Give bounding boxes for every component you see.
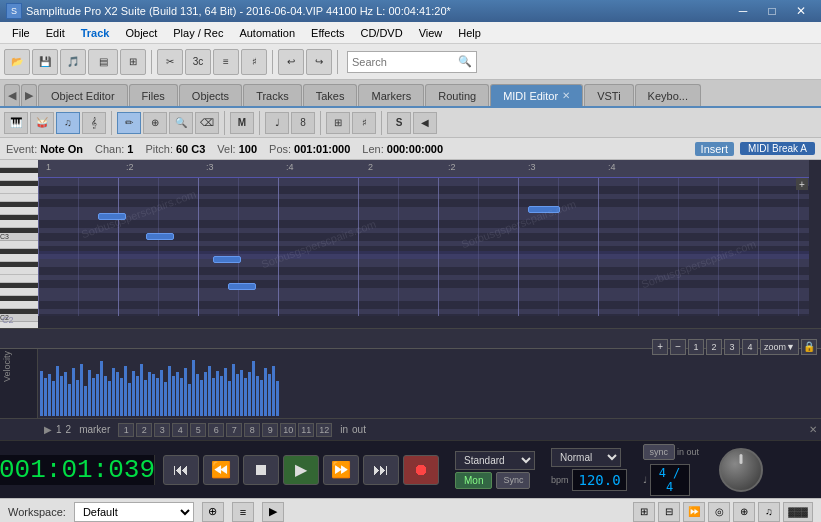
tb-btn-cut[interactable]: ✂ [157,49,183,75]
minimize-button[interactable]: ─ [729,1,757,21]
tab-routing[interactable]: Routing [425,84,489,106]
tab-nav-next[interactable]: ▶ [21,84,37,106]
mt-piano-btn[interactable]: 🎹 [4,112,28,134]
tab-keyboard[interactable]: Keybo... [635,84,701,106]
tab-nav-prev[interactable]: ◀ [4,84,20,106]
workspace-select[interactable]: Default [74,502,194,522]
tab-vsti[interactable]: VSTi [584,84,633,106]
mode-select[interactable]: Standard [455,451,535,470]
tab-midi-editor[interactable]: MIDI Editor ✕ [490,84,583,106]
midi-note-3[interactable] [213,256,241,263]
sync2-btn[interactable]: sync [643,444,676,460]
ws-btn-3[interactable]: ▶ [262,502,284,522]
normal-select[interactable]: Normal [551,448,621,467]
roll-area[interactable]: 1 :2 :3 :4 2 :2 :3 :4 [38,160,821,328]
tb-btn-6[interactable]: 3c [185,49,211,75]
roll-plus-button[interactable]: + [796,178,808,190]
ws-icon-7[interactable]: ▓▓▓ [783,502,813,522]
transport-fwd-btn[interactable]: ⏩ [323,455,359,485]
menu-file[interactable]: File [4,23,38,43]
menu-playrec[interactable]: Play / Rec [165,23,231,43]
mt-scroll-left[interactable]: ◀ [413,112,437,134]
roll-hscrollbar[interactable] [38,316,809,328]
ws-btn-2[interactable]: ≡ [232,502,254,522]
mt-S-btn[interactable]: S [387,112,411,134]
menu-cddvd[interactable]: CD/DVD [352,23,410,43]
tb-btn-8[interactable]: ♯ [241,49,267,75]
mt-erase-btn[interactable]: ⌫ [195,112,219,134]
tb-btn-4[interactable]: ▤ [88,49,118,75]
transport-back-btn[interactable]: ⏪ [203,455,239,485]
marker-num-5[interactable]: 5 [190,423,206,437]
menu-help[interactable]: Help [450,23,489,43]
transport-end-btn[interactable]: ⏭ [363,455,399,485]
midi-note-1[interactable] [98,213,126,220]
search-input[interactable] [352,56,458,68]
ws-icon-4[interactable]: ◎ [708,502,730,522]
roll-scrollbar[interactable] [809,160,821,328]
mt-num-btn[interactable]: 8 [291,112,315,134]
transport-rewind-btn[interactable]: ⏮ [163,455,199,485]
save-button[interactable]: 💾 [32,49,58,75]
ws-btn-1[interactable]: ⊕ [202,502,224,522]
tab-object-editor[interactable]: Object Editor [38,84,128,106]
marker-close-btn[interactable]: ✕ [809,424,817,435]
tab-files[interactable]: Files [129,84,178,106]
midi-note-2[interactable] [146,233,174,240]
ws-icon-5[interactable]: ⊕ [733,502,755,522]
midi-note-4[interactable] [528,206,560,213]
marker-num-10[interactable]: 10 [280,423,296,437]
mt-drum-btn[interactable]: 🥁 [30,112,54,134]
mt-M-btn[interactable]: M [230,112,254,134]
midi-note-5[interactable] [228,283,256,290]
tb-btn-3[interactable]: 🎵 [60,49,86,75]
mt-btn-sharp[interactable]: ♯ [352,112,376,134]
transport-stop-btn[interactable]: ⏹ [243,455,279,485]
mt-grid-btn[interactable]: ⊞ [326,112,350,134]
ws-icon-6[interactable]: ♫ [758,502,780,522]
menu-effects[interactable]: Effects [303,23,352,43]
menu-object[interactable]: Object [117,23,165,43]
marker-num-6[interactable]: 6 [208,423,224,437]
menu-automation[interactable]: Automation [231,23,303,43]
tb-btn-undo[interactable]: ↩ [278,49,304,75]
tab-objects[interactable]: Objects [179,84,242,106]
open-button[interactable]: 📂 [4,49,30,75]
transport-play-btn[interactable]: ▶ [283,455,319,485]
roll-grid[interactable]: Sorbusgsperscpairs.com Sorbusgsperscpair… [38,178,821,328]
marker-num-12[interactable]: 12 [316,423,332,437]
velocity-content[interactable] [38,349,821,418]
menu-track[interactable]: Track [73,23,118,43]
menu-view[interactable]: View [411,23,451,43]
ws-icon-2[interactable]: ⊟ [658,502,680,522]
close-button[interactable]: ✕ [787,1,815,21]
tab-tracks[interactable]: Tracks [243,84,302,106]
ws-icon-1[interactable]: ⊞ [633,502,655,522]
tb-btn-7[interactable]: ≡ [213,49,239,75]
marker-num-2[interactable]: 2 [136,423,152,437]
tab-close-icon[interactable]: ✕ [562,90,570,101]
marker-num-1[interactable]: 1 [118,423,134,437]
ws-icon-3[interactable]: ⏩ [683,502,705,522]
marker-num-7[interactable]: 7 [226,423,242,437]
tab-takes[interactable]: Takes [303,84,358,106]
marker-num-4[interactable]: 4 [172,423,188,437]
tb-btn-redo[interactable]: ↪ [306,49,332,75]
tb-btn-5[interactable]: ⊞ [120,49,146,75]
marker-num-9[interactable]: 9 [262,423,278,437]
mt-btn-4[interactable]: 𝄞 [82,112,106,134]
mt-search-btn[interactable]: 🔍 [169,112,193,134]
marker-num-3[interactable]: 3 [154,423,170,437]
menu-edit[interactable]: Edit [38,23,73,43]
mon-button[interactable]: Mon [455,472,492,489]
master-volume-knob[interactable] [719,448,763,492]
mt-pencil-btn[interactable]: ✏ [117,112,141,134]
sync-button[interactable]: Sync [496,472,530,489]
mt-btn-3[interactable]: ♫ [56,112,80,134]
maximize-button[interactable]: □ [758,1,786,21]
marker-num-11[interactable]: 11 [298,423,314,437]
mt-select-btn[interactable]: ⊕ [143,112,167,134]
transport-record-btn[interactable]: ⏺ [403,455,439,485]
marker-num-8[interactable]: 8 [244,423,260,437]
tab-markers[interactable]: Markers [358,84,424,106]
